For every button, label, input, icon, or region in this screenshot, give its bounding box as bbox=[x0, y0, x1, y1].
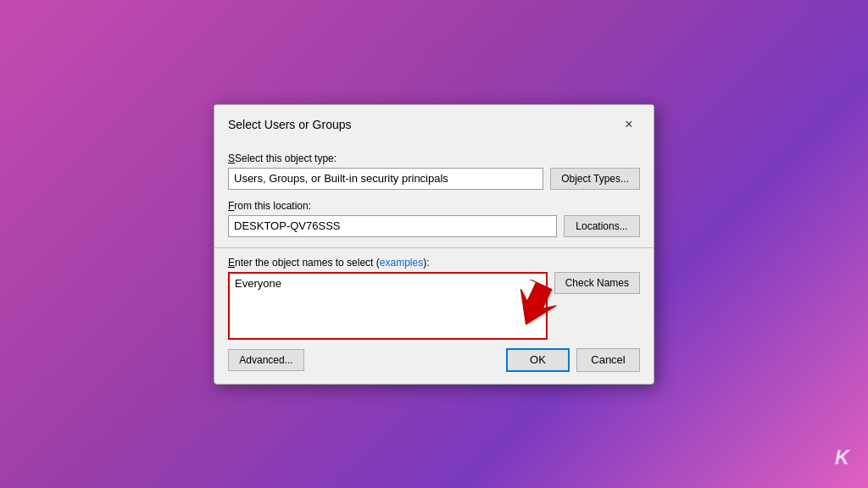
object-type-input[interactable] bbox=[228, 168, 543, 190]
divider bbox=[214, 247, 654, 248]
enter-names-section: Enter the object names to select (exampl… bbox=[228, 257, 640, 340]
location-row: Locations... bbox=[228, 215, 640, 237]
select-users-groups-dialog: Select Users or Groups × SSelect this ob… bbox=[214, 104, 654, 385]
object-type-row: Object Types... bbox=[228, 168, 640, 190]
location-label: From this location: bbox=[228, 200, 640, 212]
check-names-button[interactable]: Check Names bbox=[554, 272, 640, 294]
dialog-body: SSelect this object type: Object Types..… bbox=[214, 142, 654, 384]
locations-button[interactable]: Locations... bbox=[564, 215, 640, 237]
object-types-button[interactable]: Object Types... bbox=[550, 168, 640, 190]
bottom-left: Advanced... bbox=[228, 349, 304, 371]
cancel-button[interactable]: Cancel bbox=[576, 348, 640, 372]
object-type-group: SSelect this object type: Object Types..… bbox=[228, 152, 640, 190]
ok-button[interactable]: OK bbox=[506, 348, 570, 372]
object-type-label: SSelect this object type: bbox=[228, 152, 640, 164]
location-group: From this location: Locations... bbox=[228, 200, 640, 237]
location-input[interactable] bbox=[228, 215, 557, 237]
bottom-row: Advanced... OK Cancel bbox=[228, 348, 640, 372]
object-names-input[interactable]: Everyone bbox=[228, 272, 548, 340]
watermark: K bbox=[835, 446, 849, 469]
bottom-right: OK Cancel bbox=[506, 348, 640, 372]
close-button[interactable]: × bbox=[618, 114, 640, 136]
advanced-button[interactable]: Advanced... bbox=[228, 349, 304, 371]
enter-names-label: Enter the object names to select (exampl… bbox=[228, 257, 640, 269]
examples-link[interactable]: examples bbox=[380, 257, 423, 269]
dialog-title: Select Users or Groups bbox=[228, 118, 352, 131]
title-bar: Select Users or Groups × bbox=[214, 105, 654, 142]
enter-names-row: Everyone Check Names bbox=[228, 272, 640, 340]
